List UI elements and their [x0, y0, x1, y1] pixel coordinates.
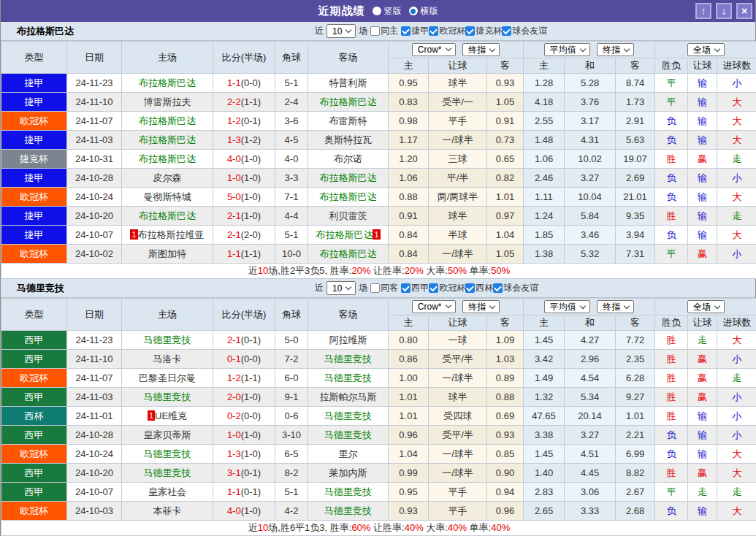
average-select[interactable]: 平均值: [544, 43, 590, 56]
fulltime-select[interactable]: 全场: [687, 43, 725, 56]
away-team-cell: 布拉格斯巴达: [308, 93, 389, 112]
away-team-name[interactable]: 布拉格斯巴达: [316, 229, 373, 240]
layout-vertical-radio[interactable]: 竖版: [373, 5, 402, 18]
corner-count: 6-5: [275, 445, 308, 464]
result-winloss: 胜: [655, 388, 688, 407]
home-team-cell: 斯图加特: [122, 245, 213, 264]
handicap-home-odds: 1.04: [389, 445, 429, 464]
home-team-name[interactable]: 马德里竞技: [144, 467, 191, 478]
sub-header-avg-away: 客: [616, 315, 655, 331]
away-team-name[interactable]: 马德里竞技: [324, 410, 372, 421]
away-team-name[interactable]: 布尔诺: [334, 153, 362, 164]
match-count-select[interactable]: 10: [327, 281, 356, 295]
checkbox-checked-icon[interactable]: [465, 26, 475, 36]
handicap-line: 一球: [429, 331, 487, 350]
bookmaker-select[interactable]: Crow*: [412, 43, 456, 56]
checkbox-checked-icon[interactable]: [502, 26, 511, 36]
recent-results-window: 近期战绩 竖版 横版 ↑ ↓ × 布拉格斯巴达 近 10 场: [0, 0, 756, 536]
league-filter[interactable]: 西甲: [401, 282, 429, 294]
layout-horizontal-radio[interactable]: 横版: [409, 5, 438, 18]
checkbox-checked-icon[interactable]: [401, 26, 411, 36]
home-team-name[interactable]: 斯图加特: [148, 248, 186, 259]
result-winloss: 胜: [655, 207, 688, 226]
home-team-name[interactable]: 本菲卡: [153, 505, 182, 516]
home-team-name[interactable]: 马德里竞技: [144, 391, 191, 402]
home-team-name[interactable]: 马德里竞技: [144, 334, 191, 345]
away-team-name[interactable]: 马德里竞技: [324, 505, 372, 516]
away-team-name[interactable]: 布拉格斯巴达: [320, 96, 377, 107]
away-team-name[interactable]: 利贝雷茨: [329, 210, 367, 221]
result-goals: 大: [717, 464, 756, 483]
checkbox-checked-icon[interactable]: [401, 283, 411, 293]
same-venue-filter[interactable]: 同客: [370, 282, 398, 294]
checkbox-unchecked-icon[interactable]: [370, 26, 380, 36]
close-button[interactable]: ×: [736, 3, 752, 19]
same-venue-filter[interactable]: 同主: [370, 25, 398, 37]
home-team-name[interactable]: 布拉格斯巴达: [139, 115, 196, 126]
away-team-name[interactable]: 特普利斯: [329, 77, 367, 88]
away-team-name[interactable]: 布拉格斯巴达: [320, 172, 377, 183]
away-team-name[interactable]: 里尔: [339, 448, 358, 459]
league-filter[interactable]: 西杯: [465, 282, 493, 294]
arrow-up-icon: ↑: [701, 6, 706, 16]
handicap-line: 半球: [429, 226, 487, 245]
league-filter[interactable]: 欧冠杯: [429, 282, 465, 294]
avg-home-odds: 1.45: [524, 445, 565, 464]
home-team-name[interactable]: UE维克: [155, 410, 187, 421]
home-team-name[interactable]: 皇家贝蒂斯: [144, 429, 191, 440]
radio-icon[interactable]: [373, 7, 381, 15]
home-team-name[interactable]: 马德里竞技: [144, 448, 191, 459]
corner-count: 3-6: [275, 112, 308, 131]
odds-stage-select-2[interactable]: 终指: [597, 300, 634, 313]
home-team-name[interactable]: 皇家社会: [148, 486, 186, 497]
bookmaker-select[interactable]: Crow*: [412, 300, 456, 313]
league-filter[interactable]: 球会友谊: [493, 282, 538, 294]
league-filter[interactable]: 捷甲: [401, 25, 429, 37]
away-team-name[interactable]: 马德里竞技: [324, 429, 372, 440]
home-team-name[interactable]: 布拉格斯拉维亚: [138, 229, 205, 240]
match-row: 欧冠杯 24-10-02 斯图加特 1-1(1-1) 10-0 布拉格斯巴达 0…: [1, 245, 756, 264]
away-team-name[interactable]: 布拉格斯巴达: [320, 248, 377, 259]
away-team-name[interactable]: 马德里竞技: [324, 353, 372, 364]
match-count-select[interactable]: 10: [327, 24, 356, 38]
match-row: 捷克杯 24-10-31 布拉格斯巴达 4-0(1-0) 4-0 布尔诺 1.2…: [1, 150, 756, 169]
home-team-name[interactable]: 马洛卡: [153, 353, 182, 364]
home-team-name[interactable]: 布拉格斯巴达: [139, 134, 196, 145]
checkbox-checked-icon[interactable]: [493, 283, 503, 293]
away-team-name[interactable]: 奥斯特拉瓦: [324, 134, 372, 145]
league-filter[interactable]: 球会友谊: [502, 25, 547, 37]
away-team-name[interactable]: 布雷斯特: [329, 115, 367, 126]
fulltime-select[interactable]: 全场: [687, 300, 725, 313]
away-team-name[interactable]: 马德里竞技: [324, 486, 372, 497]
halftime-score: (0-1): [241, 334, 261, 345]
checkbox-checked-icon[interactable]: [429, 283, 438, 293]
league-badge: 欧冠杯: [1, 369, 67, 388]
league-filter[interactable]: 欧冠杯: [429, 25, 465, 37]
move-up-button[interactable]: ↑: [695, 3, 711, 19]
average-select[interactable]: 平均值: [544, 300, 590, 313]
league-filter[interactable]: 捷克杯: [465, 25, 502, 37]
checkbox-checked-icon[interactable]: [465, 283, 475, 293]
home-team-name[interactable]: 巴黎圣日尔曼: [139, 372, 196, 383]
move-down-button[interactable]: ↓: [716, 3, 732, 19]
home-team-name[interactable]: 布拉格斯巴达: [139, 153, 196, 164]
away-team-name[interactable]: 莱加内斯: [329, 467, 367, 478]
odds-stage-select[interactable]: 终指: [462, 300, 500, 313]
odds-stage-select[interactable]: 终指: [462, 43, 500, 56]
away-team-name[interactable]: 阿拉维斯: [329, 334, 367, 345]
odds-stage-select-2[interactable]: 终指: [597, 43, 634, 56]
checkbox-unchecked-icon[interactable]: [370, 283, 380, 293]
handicap-line: 一/球半: [429, 369, 487, 388]
home-team-name[interactable]: 布拉格斯巴达: [139, 210, 196, 221]
league-badge: 西甲: [1, 331, 67, 350]
radio-selected-icon[interactable]: [409, 7, 418, 15]
home-team-name[interactable]: 曼彻斯特城: [144, 191, 191, 202]
home-team-name[interactable]: 博雷斯拉夫: [144, 96, 191, 107]
away-team-name[interactable]: 布拉格斯巴达: [320, 191, 377, 202]
away-team-cell: 布拉格斯巴达: [308, 188, 389, 207]
home-team-name[interactable]: 布拉格斯巴达: [139, 77, 196, 88]
away-team-name[interactable]: 拉斯帕尔马斯: [320, 391, 377, 402]
away-team-name[interactable]: 马德里竞技: [324, 372, 372, 383]
checkbox-checked-icon[interactable]: [429, 26, 438, 36]
home-team-name[interactable]: 皮尔森: [153, 172, 182, 183]
